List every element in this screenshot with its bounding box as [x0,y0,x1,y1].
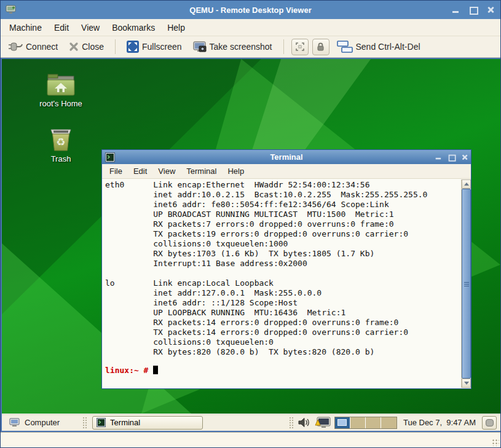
terminal-prompt: linux:~ # [105,366,148,375]
terminal-scrollbar[interactable] [461,179,470,388]
terminal-titlebar[interactable]: Terminal [102,150,471,164]
terminal-maximize-button[interactable] [448,154,454,160]
close-connection-button[interactable]: Close [65,39,108,54]
computer-label: Computer [25,418,60,427]
trash-icon: ♻ [47,125,74,152]
workspace-4[interactable] [381,417,396,428]
workspace-window-thumb [337,419,347,426]
display-settings-icon[interactable] [315,417,331,429]
fullscreen-button[interactable]: Fullscreen [123,38,186,55]
remote-desktop-viewer-window: QEMU - Remote Desktop Viewer Machine Edi… [0,0,501,448]
up-arrow-icon [464,183,469,186]
statusbar [1,432,501,448]
task-label: Terminal [110,418,140,427]
workspace-pager [334,417,397,429]
close-button[interactable] [486,6,495,14]
show-desktop-button[interactable] [482,416,497,430]
terminal-output: eth0 Link encap:Ethernet HWaddr 52:54:00… [105,180,471,357]
menu-bookmarks[interactable]: Bookmarks [107,20,160,35]
menubar: Machine Edit View Bookmarks Help [1,19,500,36]
computer-menu-button[interactable]: Computer [6,417,63,428]
terminal-menu-edit[interactable]: Edit [128,165,152,178]
system-tray: Tue Dec 7, 9:47 AM [288,416,497,430]
minimize-button[interactable] [451,6,461,14]
scrollbar-thumb[interactable] [462,189,471,379]
down-arrow-icon [464,382,469,385]
maximize-button[interactable] [468,6,478,14]
toolbar: Connect Close Fullscreen Take scr [1,36,500,58]
resize-grip[interactable] [492,439,499,446]
terminal-content[interactable]: eth0 Link encap:Ethernet HWaddr 52:54:00… [102,179,471,388]
resize-corners-icon [296,42,304,51]
toolbar-separator [283,39,284,54]
close-label: Close [82,42,104,52]
send-cad-label: Send Ctrl-Alt-Del [356,42,420,52]
menu-edit[interactable]: Edit [49,20,74,35]
screenshot-icon [193,41,207,53]
desktop-icon-label: root's Home [30,99,92,108]
scroll-down-button[interactable] [462,379,471,388]
terminal-window: Terminal File Edit View Terminal Help et… [101,149,471,389]
workspace-3[interactable] [366,417,381,428]
connect-label: Connect [26,42,58,52]
desktop-icon-trash[interactable]: ♻ Trash [30,125,92,163]
connect-button[interactable]: Connect [4,39,61,54]
lock-icon [317,42,325,52]
workspace-1[interactable] [335,417,350,428]
terminal-prompt-row: linux:~ # [105,366,471,375]
screenshot-label: Take screenshot [210,42,272,52]
home-folder-icon [46,73,76,97]
guest-display: root's Home ♻ Trash [1,58,501,432]
task-terminal[interactable]: Terminal [92,416,203,430]
menu-view[interactable]: View [76,20,105,35]
menu-help[interactable]: Help [162,20,190,35]
terminal-menu-file[interactable]: File [105,165,127,178]
terminal-menu-view[interactable]: View [153,165,180,178]
terminal-close-button[interactable] [460,154,467,160]
take-screenshot-button[interactable]: Take screenshot [189,39,276,55]
terminal-menu-terminal[interactable]: Terminal [181,165,221,178]
clock[interactable]: Tue Dec 7, 9:47 AM [401,418,478,427]
thumb-grip [464,284,469,285]
computer-icon [9,418,20,427]
terminal-icon [97,418,106,427]
terminal-cursor [153,366,158,374]
scroll-up-button[interactable] [462,179,471,189]
fullscreen-label: Fullscreen [142,42,182,52]
resize-guest-toggle[interactable] [291,39,309,55]
tasklist-handle[interactable] [82,416,87,430]
terminal-menu-help[interactable]: Help [223,165,249,178]
desktop-icon-label: Trash [30,154,92,163]
fullscreen-icon [127,41,139,53]
close-x-icon [69,42,79,52]
volume-icon[interactable] [298,417,311,428]
terminal-menubar: File Edit View Terminal Help [102,164,471,179]
keyboard-icon [337,41,353,53]
lock-toggle[interactable] [312,39,329,55]
window-title: QEMU - Remote Desktop Viewer [1,6,500,15]
toolbar-separator [115,39,116,54]
menu-machine[interactable]: Machine [4,20,47,35]
plug-icon [8,42,23,52]
window-titlebar[interactable]: QEMU - Remote Desktop Viewer [1,1,500,19]
send-ctrl-alt-del-button[interactable]: Send Ctrl-Alt-Del [333,38,424,56]
show-desktop-icon [486,419,494,426]
workspace-2[interactable] [350,417,366,428]
terminal-minimize-button[interactable] [435,154,441,160]
taskbar: Computer Terminal [2,414,500,431]
desktop-icon-home[interactable]: root's Home [30,73,92,108]
terminal-title: Terminal [102,152,471,162]
desktop[interactable]: root's Home ♻ Trash [2,59,500,414]
tray-handle[interactable] [288,416,294,430]
recycle-glyph: ♻ [56,136,65,148]
